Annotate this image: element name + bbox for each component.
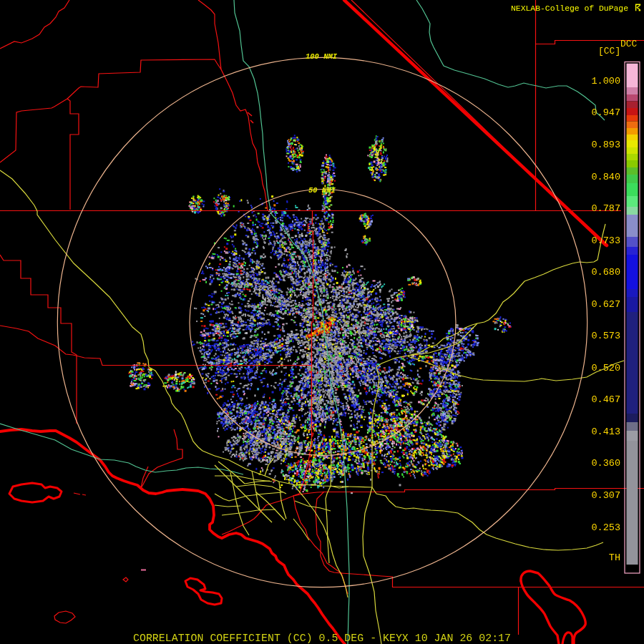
svg-text:NEXLAB-College of DuPage: NEXLAB-College of DuPage [511,4,628,13]
svg-text:0.467: 0.467 [591,394,620,405]
svg-text:0.787: 0.787 [591,203,620,214]
svg-text:0.840: 0.840 [591,172,620,182]
svg-text:0.733: 0.733 [591,235,620,246]
svg-text:1.000: 1.000 [591,76,620,87]
svg-text:0.253: 0.253 [591,522,620,533]
svg-text:0.627: 0.627 [591,299,620,310]
svg-text:0.360: 0.360 [591,458,620,469]
svg-text:0.520: 0.520 [591,363,620,374]
svg-text:CORRELATION COEFFICIENT (CC) 0: CORRELATION COEFFICIENT (CC) 0.5 DEG - K… [133,633,511,644]
svg-text:100 NMI: 100 NMI [306,52,338,61]
svg-text:0.947: 0.947 [591,107,620,118]
svg-text:DCC: DCC [620,39,638,49]
svg-text:[CC]: [CC] [598,46,620,57]
svg-text:0.573: 0.573 [591,331,620,341]
svg-text:0.680: 0.680 [591,267,620,278]
svg-text:TH: TH [609,552,620,563]
svg-text:0.307: 0.307 [591,490,620,501]
svg-text:0.893: 0.893 [591,140,620,150]
svg-text:50 NMI: 50 NMI [308,186,336,195]
svg-text:0.413: 0.413 [591,426,620,437]
